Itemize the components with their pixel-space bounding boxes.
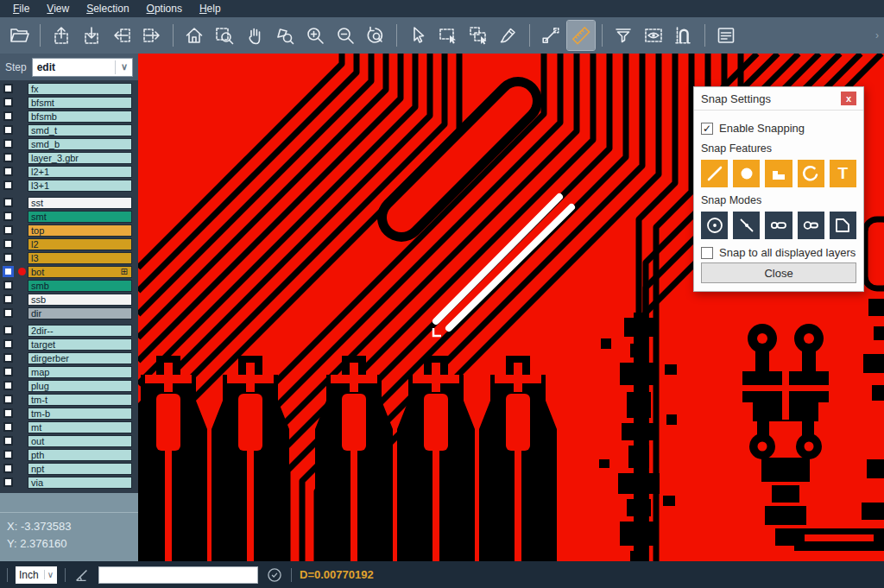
select-button[interactable] bbox=[404, 21, 432, 50]
layer-row-sst[interactable]: sst bbox=[0, 196, 138, 209]
layer-name-cell[interactable]: sst bbox=[28, 197, 132, 209]
layer-checkbox-2dir--[interactable] bbox=[3, 326, 13, 335]
layer-name-cell[interactable]: map bbox=[28, 366, 132, 378]
menu-options[interactable]: Options bbox=[139, 1, 190, 16]
layer-name-cell[interactable]: ssb bbox=[28, 294, 132, 306]
layer-name-cell[interactable]: npt bbox=[28, 463, 132, 475]
text-snap-button[interactable]: T bbox=[830, 160, 856, 187]
layer-checkbox-mt[interactable] bbox=[3, 422, 13, 432]
zoom-previous-button[interactable] bbox=[362, 21, 389, 50]
layer-checkbox-pth[interactable] bbox=[3, 450, 13, 459]
layer-row-bot[interactable]: bot⊞ bbox=[0, 265, 138, 278]
layer-name-cell[interactable]: mt bbox=[28, 421, 132, 433]
layer-name-cell[interactable]: out bbox=[28, 435, 132, 447]
layer-row-via[interactable]: via bbox=[0, 476, 138, 489]
send-top-button[interactable] bbox=[47, 21, 75, 50]
layer-row-npt[interactable]: npt bbox=[0, 462, 138, 475]
layer-checkbox-sst[interactable] bbox=[3, 198, 13, 207]
layer-row-fx[interactable]: fx bbox=[0, 82, 138, 95]
snap-button[interactable] bbox=[670, 21, 698, 50]
layer-row-dirgerber[interactable]: dirgerber bbox=[0, 351, 138, 364]
angle-measure-icon[interactable] bbox=[73, 566, 91, 584]
layer-checkbox-plug[interactable] bbox=[3, 381, 13, 390]
menu-help[interactable]: Help bbox=[192, 1, 229, 16]
layer-name-cell[interactable]: plug bbox=[28, 380, 132, 392]
layer-checkbox-tm-b[interactable] bbox=[3, 408, 13, 418]
shift-left-button[interactable] bbox=[108, 21, 136, 50]
layer-row-2dir--[interactable]: 2dir-- bbox=[0, 324, 138, 337]
sync-check-icon[interactable] bbox=[266, 566, 283, 584]
shift-right-button[interactable] bbox=[138, 21, 166, 50]
layer-name-cell[interactable]: bot⊞ bbox=[28, 266, 132, 278]
layer-row-bfsmt[interactable]: bfsmt bbox=[0, 96, 138, 109]
slot-mode-button[interactable] bbox=[798, 212, 824, 239]
layer-checkbox-smd_t[interactable] bbox=[3, 125, 13, 135]
layer-name-cell[interactable]: dir bbox=[28, 307, 132, 319]
layer-row-smt[interactable]: smt bbox=[0, 210, 138, 223]
layer-name-cell[interactable]: l2+1 bbox=[28, 166, 132, 178]
select-group-button[interactable] bbox=[464, 21, 492, 50]
corner-mode-button[interactable] bbox=[830, 212, 856, 239]
layer-row-bfsmb[interactable]: bfsmb bbox=[0, 110, 138, 123]
layer-row-tm-b[interactable]: tm-b bbox=[0, 407, 138, 420]
layer-checkbox-npt[interactable] bbox=[3, 464, 13, 473]
layer-row-pth[interactable]: pth bbox=[0, 448, 138, 461]
layer-name-cell[interactable]: bfsmb bbox=[28, 111, 132, 123]
layer-name-cell[interactable]: l3 bbox=[28, 252, 132, 264]
home-button[interactable] bbox=[180, 21, 208, 50]
close-button[interactable]: Close bbox=[701, 262, 856, 283]
layer-checkbox-l3+1[interactable] bbox=[3, 180, 13, 190]
pan-button[interactable] bbox=[241, 21, 268, 50]
layer-checkbox-smt[interactable] bbox=[3, 212, 13, 221]
layer-row-smd_t[interactable]: smd_t bbox=[0, 123, 138, 136]
measure-button[interactable] bbox=[537, 21, 565, 50]
layer-row-ssb[interactable]: ssb bbox=[0, 293, 138, 306]
menu-file[interactable]: File bbox=[5, 1, 37, 16]
layer-name-cell[interactable]: pth bbox=[28, 449, 132, 461]
layer-list-button[interactable] bbox=[712, 21, 740, 50]
pad-snap-button[interactable] bbox=[733, 160, 760, 187]
layer-row-l2+1[interactable]: l2+1 bbox=[0, 165, 138, 178]
layer-name-cell[interactable]: via bbox=[28, 477, 132, 489]
layer-checkbox-fx[interactable] bbox=[3, 84, 13, 93]
enable-snapping-checkbox[interactable]: ✓ bbox=[701, 123, 713, 135]
layer-checkbox-tm-t[interactable] bbox=[3, 395, 13, 404]
layer-row-dir[interactable]: dir bbox=[0, 307, 138, 319]
line-snap-button[interactable] bbox=[701, 160, 728, 187]
layer-row-mt[interactable]: mt bbox=[0, 420, 138, 433]
send-bottom-button[interactable] bbox=[78, 21, 105, 50]
layer-checkbox-map[interactable] bbox=[3, 367, 13, 376]
layer-name-cell[interactable]: l2 bbox=[28, 238, 132, 250]
layer-name-cell[interactable]: smt bbox=[28, 211, 132, 223]
toolbar-overflow-chevron[interactable]: › bbox=[875, 29, 879, 41]
layer-row-plug[interactable]: plug bbox=[0, 379, 138, 392]
dialog-titlebar[interactable]: Snap Settings x bbox=[694, 87, 863, 111]
snap-all-layers-checkbox[interactable] bbox=[701, 247, 713, 259]
layer-checkbox-l2[interactable] bbox=[3, 239, 13, 249]
layer-name-cell[interactable]: smd_t bbox=[28, 124, 132, 136]
layer-checkbox-via[interactable] bbox=[3, 477, 13, 487]
layer-name-cell[interactable]: layer_3.gbr bbox=[28, 152, 132, 164]
layer-row-l3[interactable]: l3 bbox=[0, 251, 138, 264]
select-rect-button[interactable] bbox=[434, 21, 462, 50]
zoom-polygon-button[interactable] bbox=[271, 21, 299, 50]
layer-name-cell[interactable]: tm-t bbox=[28, 394, 132, 406]
layer-row-top[interactable]: top bbox=[0, 224, 138, 237]
layer-name-cell[interactable]: target bbox=[28, 338, 132, 351]
layer-checkbox-dirgerber[interactable] bbox=[3, 353, 13, 363]
layer-checkbox-l3[interactable] bbox=[3, 253, 13, 262]
visibility-button[interactable] bbox=[640, 21, 667, 50]
layer-checkbox-dir[interactable] bbox=[3, 308, 13, 318]
layer-checkbox-target[interactable] bbox=[3, 339, 13, 349]
surface-snap-button[interactable] bbox=[765, 160, 792, 187]
ruler-button[interactable] bbox=[567, 21, 595, 50]
layer-checkbox-bfsmt[interactable] bbox=[3, 98, 13, 107]
layer-row-map[interactable]: map bbox=[0, 365, 138, 378]
command-input[interactable] bbox=[98, 566, 258, 584]
layer-checkbox-ssb[interactable] bbox=[3, 294, 13, 304]
layer-name-cell[interactable]: top bbox=[28, 224, 132, 237]
layer-checkbox-out[interactable] bbox=[3, 436, 13, 446]
layer-row-target[interactable]: target bbox=[0, 338, 138, 351]
layer-name-cell[interactable]: l3+1 bbox=[28, 180, 132, 192]
layer-name-cell[interactable]: smd_b bbox=[28, 138, 132, 150]
